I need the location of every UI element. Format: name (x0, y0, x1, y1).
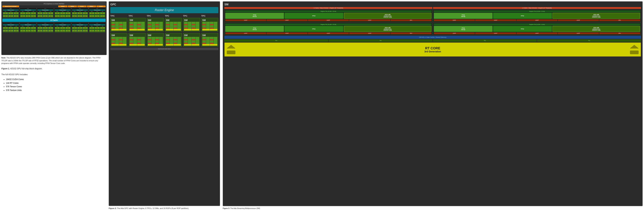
note-block: Note: The AD102 GPU also includes 288 FP… (1, 56, 106, 65)
gpc-block-1: GPC Raster Engine TPC TPC TPC (2, 8, 19, 18)
ldst-1-bl: LD/ST (225, 32, 266, 34)
sm-rows-t1 (111, 22, 126, 31)
ldst-3-tl: LD/ST (308, 19, 349, 21)
tensor-core-bl: TENSOR CORE (384, 30, 392, 31)
gpc-block-9: GPC Raster Engine TPCTPCTPC (37, 22, 54, 33)
bullet-tensor: 576 Tensor Cores (6, 85, 106, 89)
svg-marker-2 (630, 45, 638, 48)
sm-label-t3: SM (148, 19, 163, 22)
sm-caption-text: The Ada Streaming Multiprocessor (SM) (230, 207, 260, 209)
fp32-int32-label-br: FP32/INT32 (461, 27, 465, 30)
raster-small-4: Raster Engine (55, 10, 70, 11)
ldst-sfu-br: LD/ST LD/ST LD/ST LD/ST SFU (434, 32, 640, 34)
sm-label-b3: SM (148, 34, 163, 37)
raster-small-2: Raster Engine (20, 10, 36, 11)
bullet-cuda: 18432 CUDA Cores (6, 78, 106, 81)
tpc-col-b5: SM (183, 33, 200, 47)
fp32-tl: FP32 (284, 13, 343, 19)
nvenc-label-1: NVENC (58, 6, 68, 7)
fp32-int32-tl: FP32/INT32 (225, 13, 284, 19)
svg-rect-1 (227, 51, 235, 54)
sm-label-b2: SM (130, 34, 144, 37)
tpc-col-b3: SM (147, 33, 164, 47)
sm-rows-b4 (166, 37, 181, 46)
sm-block-top-2: SM (128, 18, 146, 32)
sm-rows-b3 (148, 37, 163, 46)
gpc-block-7: GPC Raster Engine TPCTPCTPC (2, 22, 19, 33)
figure1-block: Figure 1. AD102 GPU full-chip block diag… (1, 67, 106, 70)
tensor-gen-tr: GENERATION (592, 16, 600, 17)
rt-core-shapes (226, 44, 236, 55)
tex-1: Tex (224, 39, 328, 42)
sm-quadrant-tl: Register File (16,384 × 32-bit) FP32/INT… (224, 10, 432, 22)
sm-block-bot-6: SM (201, 33, 218, 47)
sm-rows-t3 (148, 22, 163, 31)
sm-quadrant-br: Register File (16,384 × 32-bit) FP32/INT… (433, 23, 641, 35)
gpc-diagram: GPC Raster Engine TPC SM (109, 1, 220, 206)
ldst-1-tl: LD/ST (225, 19, 266, 21)
sm-label-b4: SM (166, 34, 181, 37)
rt-shape-1 (226, 44, 236, 49)
sm-rows-t2 (130, 22, 144, 31)
tpc-col-b2: SM (128, 33, 146, 47)
ldst-3-tr: LD/ST (516, 19, 558, 21)
nvdec-label-2: NVDEC (87, 6, 96, 7)
gpc-block-4: GPC Raster Engine TPCTPCTPC (54, 8, 71, 18)
raster-small-6: Raster Engine (89, 10, 105, 11)
gpc-block-2: GPC Raster Engine TPCTPCTPC (20, 8, 36, 18)
tpc-label-6: TPC (201, 15, 218, 17)
tensor-gen-br: GENERATION (592, 29, 600, 30)
ldst-4-br: LD/ST (558, 32, 599, 34)
nvdec-label-1: NVDEC (77, 6, 86, 7)
reg-file-bl: Register File (16,384 × 32-bit) (225, 24, 432, 25)
fp32-int32-bl: FP32/INT32 (225, 26, 284, 32)
tensor-tl: ADA 4th GENERATION TENSOR CORE (344, 13, 432, 19)
gpc-title-2: GPC (20, 8, 36, 9)
sm-caption: Figure 3: The Ada Streaming Multiprocess… (223, 207, 643, 210)
sfu-br: SFU (599, 32, 640, 34)
tpc-col-b4: SM (165, 33, 182, 47)
fp32-int32-label-tr: FP32/INT32 (461, 14, 465, 17)
sm-rows-b1 (111, 37, 126, 46)
tensor-core-tr: TENSOR CORE (592, 17, 600, 18)
sm-rows-t6 (202, 22, 217, 31)
gpc-title-3: GPC (38, 8, 53, 9)
tpc-label-2: TPC (128, 15, 146, 17)
sm-diagram-title: SM (224, 3, 641, 6)
fp32-label-br: FP32 (521, 28, 524, 30)
fp32-int32-label-bl: FP32/INT32 (252, 27, 256, 30)
right-panel: SM L1 Cache + Warp Scheduler + Dispatch … (221, 0, 644, 211)
rt-core-line2: 3rd Generation (424, 50, 441, 53)
tpc-col-1: TPC SM (110, 15, 128, 32)
sm-block-top-1: SM (110, 18, 128, 32)
reg-file-tl: Register File (16,384 × 32-bit) (225, 11, 432, 12)
gpc-diagram-title: GPC (110, 3, 218, 6)
gpc-title-5: GPC (72, 8, 88, 9)
gpc-block-3: GPC Raster Engine TPCTPCTPC (37, 8, 54, 18)
scheduler-1: L1 Cache + Warp Scheduler + Dispatch (32… (224, 7, 432, 9)
ldst-4-bl: LD/ST (349, 32, 390, 34)
raster-small-1: Raster Engine (3, 10, 19, 11)
ldst-2-br: LD/ST (475, 32, 516, 34)
fp32-bl: FP32 (284, 26, 343, 32)
rt-shape-4 (629, 50, 639, 55)
center-caption: Figure 2: The Ada GPC with Raster Engine… (109, 207, 220, 210)
tpc-col-b6: SM (201, 33, 218, 47)
core-row-tl: FP32/INT32 FP32 ADA 4th GENERATION TENSO… (225, 13, 432, 19)
fp32-tr: FP32 (493, 13, 552, 19)
sm-block-bot-5: SM (183, 33, 200, 47)
gpc-block-6: GPC Raster Engine TPCTPCTPC (89, 8, 106, 18)
ldst-3-br: LD/ST (516, 32, 558, 34)
sm-rows-b6 (202, 37, 217, 46)
sm-rows-t5 (184, 22, 199, 31)
core-row-tr: FP32/INT32 FP32 ADA 4th GENERATION TENSO… (434, 13, 640, 19)
chip-title: PCI Express 4.0 Host Interface (2, 2, 106, 5)
svg-marker-0 (227, 45, 235, 48)
sm-label-b6: SM (202, 34, 217, 37)
tensor-title-bl: ADA 4th (385, 27, 390, 29)
fp32-label-bl: FP32 (312, 28, 316, 30)
sm-label-t4: SM (166, 19, 181, 22)
note-body: The AD102 GPU also includes 288 FP64 Cor… (1, 57, 100, 64)
tensor-bl: ADA 4th GENERATION TENSOR CORE (344, 26, 432, 32)
sm-block-top-5: SM (183, 18, 200, 32)
